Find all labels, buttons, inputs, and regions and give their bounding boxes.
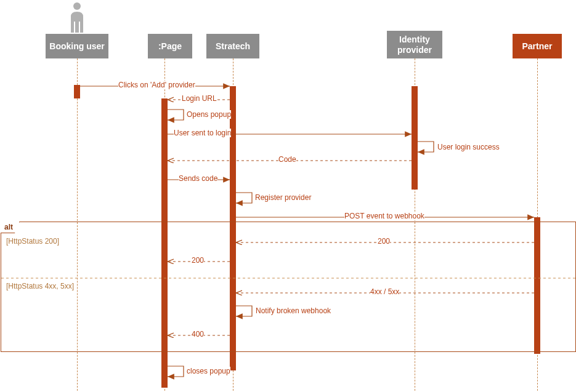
participant-page: :Page — [148, 34, 192, 58]
msg-200-stratech: 200 — [192, 256, 204, 265]
msg-400: 400 — [192, 330, 204, 338]
fragment-divider — [1, 278, 575, 279]
alt-guard-1: [HttpStatus 200] — [6, 237, 59, 246]
participant-label: :Page — [158, 41, 182, 52]
participant-booking-user: Booking user — [46, 34, 108, 58]
msg-sends-code: Sends code — [179, 174, 217, 183]
msg-4xx-5xx: 4xx / 5xx — [370, 287, 399, 296]
svg-point-0 — [73, 2, 81, 10]
participant-label: Stratech — [216, 41, 250, 52]
msg-login-url: Login URL — [182, 94, 217, 103]
msg-notify-broken: Notify broken webhook — [256, 306, 331, 315]
alt-guard-2: [HttpStatus 4xx, 5xx] — [6, 282, 74, 290]
alt-fragment: alt — [1, 222, 576, 352]
participant-partner: Partner — [513, 34, 562, 58]
participant-stratech: Stratech — [206, 34, 259, 58]
participant-label: Identityprovider — [397, 34, 432, 55]
msg-post-webhook: POST event to webhook — [344, 212, 424, 220]
user-icon — [68, 2, 86, 33]
fragment-operator: alt — [1, 222, 20, 233]
msg-opens-popup: Opens popup — [187, 110, 231, 119]
msg-user-sent-login: User sent to login — [174, 129, 231, 137]
msg-register-provider: Register provider — [255, 193, 311, 202]
participant-label: Booking user — [49, 41, 104, 52]
msg-code: Code — [278, 155, 296, 164]
msg-click-add-provider: Clicks on 'Add' provider — [118, 81, 195, 89]
msg-200-partner: 200 — [378, 237, 390, 246]
participant-label: Partner — [522, 41, 552, 52]
activation-booking-user — [74, 85, 80, 98]
msg-closes-popup: closes popup — [187, 367, 230, 375]
activation-identity-provider — [412, 86, 418, 190]
sequence-diagram: Booking user :Page Stratech Identityprov… — [0, 0, 576, 392]
msg-user-login-success: User login success — [437, 143, 500, 151]
participant-identity-provider: Identityprovider — [387, 31, 442, 58]
